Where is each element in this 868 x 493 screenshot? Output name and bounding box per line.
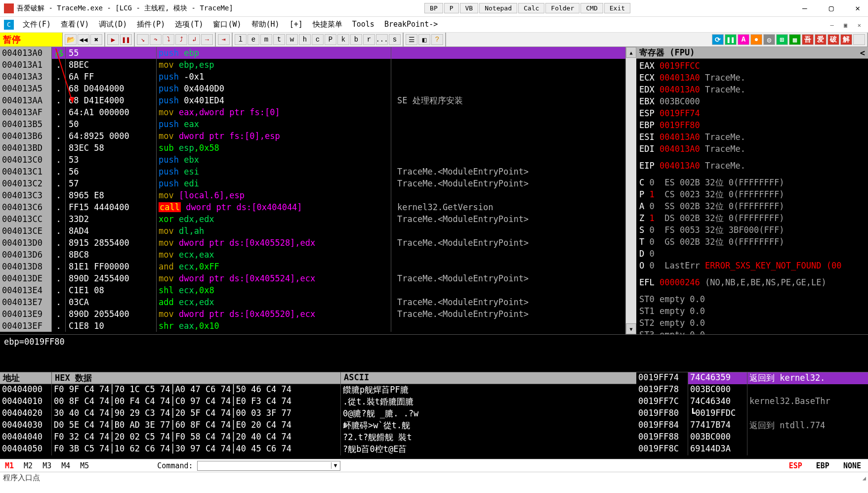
disasm-row[interactable]: 004013AA.68 D41E4000push 0x401ED4SE 处理程序… <box>0 94 625 106</box>
disasm-row[interactable]: 004013D8.81E1 FF00000and ecx,0xFF <box>0 261 625 272</box>
maximize-button[interactable]: ▢ <box>825 3 838 13</box>
disasm-row[interactable]: 004013A5.68 D0404000push 0x4040D0 <box>0 83 625 94</box>
disasm-scrollbar[interactable]: ▲ ▼ <box>625 47 636 334</box>
m-button-m3[interactable]: M3 <box>38 461 56 470</box>
stack-pane[interactable]: 0019FF7474C46359返回到 kernel32.0019FF78003… <box>636 372 868 459</box>
dump-row[interactable]: 00404050F0 3B C5 74│10 62 C6 74│30 97 C4… <box>0 444 636 455</box>
toolbar-btn-P[interactable]: P <box>325 34 336 45</box>
mdi-restore-icon[interactable]: ▣ <box>841 22 850 29</box>
close-button[interactable]: ✕ <box>851 3 864 13</box>
menu-item[interactable]: BreakPoint-> <box>379 20 443 29</box>
dump-row[interactable]: 00404030D0 5E C4 74│B0 AD 3E 77│60 8F C4… <box>0 420 636 432</box>
register-row[interactable]: EBP 0019FF80 <box>639 119 865 131</box>
plugin-9-icon[interactable]: 爱 <box>815 34 827 45</box>
hex-dump-pane[interactable]: 地址 HEX 数据 ASCII 00404000F0 9F C4 74│70 1… <box>0 372 636 459</box>
register-row[interactable]: ECX 004013A0 TraceMe. <box>639 72 865 84</box>
disasm-row[interactable]: 004013E4.C1E1 08shl ecx,0x8 <box>0 284 625 296</box>
trace-into-icon[interactable]: ⤵ <box>163 34 174 45</box>
step-over-icon[interactable]: ↷ <box>150 34 162 45</box>
dump-row[interactable]: 00404040F0 32 C4 74│20 02 C5 74│F0 58 C4… <box>0 432 636 444</box>
toolbar-btn-t[interactable]: t <box>273 34 285 45</box>
disasm-row[interactable]: 004013A0┌$55push ebp <box>0 47 625 59</box>
pause-icon[interactable]: ❚❚ <box>120 34 132 45</box>
disasm-row[interactable]: 004013C2.57push ediTraceMe.<ModuleEntryP… <box>0 178 625 189</box>
r-button-ebp[interactable]: EBP <box>809 461 836 470</box>
stack-row[interactable]: 0019FF7474C46359返回到 kernel32. <box>636 372 868 384</box>
plugin-8-icon[interactable]: 吾 <box>802 34 814 45</box>
stack-row[interactable]: 0019FF80┗0019FFDC <box>636 408 868 420</box>
plugin-10-icon[interactable]: 破 <box>827 34 839 45</box>
m-button-m1[interactable]: M1 <box>0 461 19 470</box>
open-file-icon[interactable]: 📂 <box>65 34 77 45</box>
header-btn-calc[interactable]: Calc <box>518 3 544 13</box>
r-button-esp[interactable]: ESP <box>782 461 809 470</box>
dump-row[interactable]: 00404000F0 9F C4 74│70 1C C5 74│A0 47 C6… <box>0 384 636 396</box>
command-input[interactable]: ▼ <box>197 461 340 471</box>
menu-item[interactable]: 帮助(H) <box>247 20 285 29</box>
menu-item[interactable]: 文件(F) <box>18 20 56 29</box>
header-btn-vb[interactable]: VB <box>460 3 479 13</box>
disasm-row[interactable]: 004013BD.83EC 58sub esp,0x58 <box>0 142 625 154</box>
toolbar-btn-k[interactable]: k <box>337 34 349 45</box>
toolbar-btn-b[interactable]: b <box>350 34 362 45</box>
command-dropdown-icon[interactable]: ▼ <box>331 462 340 469</box>
toolbar-btn-l[interactable]: l <box>235 34 247 45</box>
header-btn-notepad[interactable]: Notepad <box>479 3 517 13</box>
scroll-down-icon[interactable]: ▼ <box>626 323 636 334</box>
register-row[interactable]: ESP 0019FF74 <box>639 107 865 119</box>
trace-over-icon[interactable]: ⤴ <box>175 34 187 45</box>
header-btn-bp[interactable]: BP <box>424 3 443 13</box>
stack-row[interactable]: 0019FF7C74C46340kernel32.BaseThr <box>636 396 868 408</box>
menu-item[interactable]: 查看(V) <box>56 20 94 29</box>
scroll-up-icon[interactable]: ▲ <box>626 47 636 58</box>
menu-item[interactable]: 快捷菜单 <box>308 20 347 29</box>
disasm-row[interactable]: 004013C3.8965 E8mov [local.6],esp <box>0 189 625 201</box>
toolbar-btn-e[interactable]: e <box>248 34 259 45</box>
into-icon[interactable]: ⇥ <box>218 34 230 45</box>
disasm-row[interactable]: 004013A1.8BECmov ebp,esp <box>0 59 625 71</box>
toolbar-btn-...[interactable]: ... <box>376 34 388 45</box>
m-button-m4[interactable]: M4 <box>56 461 75 470</box>
plugin-6-icon[interactable]: ⊞ <box>776 34 788 45</box>
plugin-5-icon[interactable]: ◎ <box>763 34 775 45</box>
menu-item[interactable]: 选项(T) <box>170 20 208 29</box>
menu-item[interactable]: 调试(D) <box>94 20 132 29</box>
plugin-3-icon[interactable]: A <box>738 34 749 45</box>
disassembly-pane[interactable]: 004013A0┌$55push ebp004013A1.8BECmov ebp… <box>0 47 625 334</box>
toolbar-btn-s[interactable]: s <box>389 34 401 45</box>
stack-row[interactable]: 0019FF88003BC000 <box>636 432 868 444</box>
disasm-row[interactable]: 004013AF.64:A1 000000mov eax,dword ptr f… <box>0 106 625 118</box>
registers-pane[interactable]: 寄存器 (FPU) < EAX 0019FFCCECX 004013A0 Tra… <box>636 47 868 334</box>
minimize-button[interactable]: — <box>798 3 811 13</box>
stack-row[interactable]: 0019FF78003BC000 <box>636 384 868 396</box>
register-row[interactable]: EAX 0019FFCC <box>639 60 865 72</box>
stack-row[interactable]: 0019FF8477417B74返回到 ntdll.774 <box>636 420 868 432</box>
menu-item[interactable]: 插件(P) <box>132 20 170 29</box>
stack-row[interactable]: 0019FF8C69144D3A <box>636 444 868 455</box>
menu-item[interactable]: 窗口(W) <box>208 20 246 29</box>
cpu-icon[interactable]: C <box>4 20 14 30</box>
disasm-row[interactable]: 004013CC.33D2xor edx,edxTraceMe.<ModuleE… <box>0 213 625 225</box>
disasm-row[interactable]: 004013D6.8BC8mov ecx,eax <box>0 249 625 261</box>
plugin-7-icon[interactable]: ▦ <box>789 34 801 45</box>
mdi-close-icon[interactable]: ✕ <box>855 22 864 29</box>
header-btn-exit[interactable]: Exit <box>604 3 630 13</box>
header-btn-cmd[interactable]: CMD <box>580 3 603 13</box>
plugin-2-icon[interactable]: ❚❚ <box>725 34 737 45</box>
tag-icon[interactable]: ◧ <box>418 34 430 45</box>
disasm-row[interactable]: 004013D0.8915 2855400mov dword ptr ds:[0… <box>0 237 625 249</box>
registers-collapse-icon[interactable]: < <box>860 48 865 58</box>
toolbar-btn-w[interactable]: w <box>286 34 298 45</box>
disasm-row[interactable]: 004013B6.64:8925 0000mov dword ptr fs:[0… <box>0 130 625 142</box>
step-into-icon[interactable]: ↘ <box>137 34 149 45</box>
m-button-m5[interactable]: M5 <box>75 461 94 470</box>
help-icon[interactable]: ? <box>431 34 443 45</box>
disasm-row[interactable]: 004013E7.03CAadd ecx,edxTraceMe.<ModuleE… <box>0 296 625 308</box>
close-file-icon[interactable]: ✖ <box>90 34 102 45</box>
disasm-row[interactable]: 004013E9.890D 2055400mov dword ptr ds:[0… <box>0 308 625 320</box>
register-row[interactable]: EBX 003BC000 <box>639 95 865 107</box>
menu-item[interactable]: Tools <box>347 20 379 29</box>
dump-row[interactable]: 0040401000 8F C4 74│00 F4 C4 74│C0 97 C4… <box>0 396 636 408</box>
plugin-12-icon[interactable] <box>853 34 865 45</box>
toolbar-btn-m[interactable]: m <box>260 34 272 45</box>
